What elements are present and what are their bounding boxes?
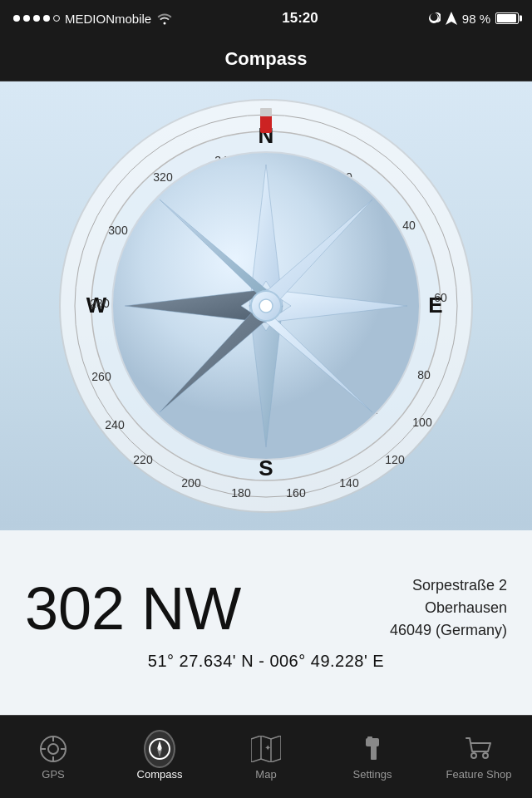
address-block: Sorpestraße 2 Oberhausen 46049 (Germany) <box>390 574 507 642</box>
tab-map[interactable]: ✦ Map <box>216 733 316 781</box>
compass-dial: N S W E NW NE SW SE 0 20 40 60 80 <box>50 90 482 522</box>
svg-point-41 <box>259 299 273 313</box>
compass-tab-label: Compass <box>137 768 183 781</box>
tab-gps[interactable]: GPS <box>3 733 103 781</box>
page-title: Compass <box>224 48 307 70</box>
moon-icon <box>427 12 441 25</box>
dot5 <box>53 15 60 22</box>
feature-shop-tab-label: Feature Shop <box>446 768 512 781</box>
map-icon: ✦ <box>250 733 282 765</box>
address-line2: Oberhausen <box>390 597 507 619</box>
svg-text:140: 140 <box>339 476 359 490</box>
status-time: 15:20 <box>282 10 318 27</box>
svg-point-43 <box>48 744 58 754</box>
dot4 <box>43 15 50 22</box>
wifi-icon <box>156 12 173 25</box>
heading-row: 302 NW Sorpestraße 2 Oberhausen 46049 (G… <box>25 574 507 642</box>
svg-text:320: 320 <box>153 170 173 184</box>
svg-point-60 <box>483 753 488 758</box>
status-left: MEDIONmobile <box>13 12 173 26</box>
address-line1: Sorpestraße 2 <box>390 574 507 597</box>
compass-area: N S W E NW NE SW SE 0 20 40 60 80 <box>0 81 532 530</box>
compass-active-circle <box>144 730 175 768</box>
info-section: 302 NW Sorpestraße 2 Oberhausen 46049 (G… <box>0 530 532 715</box>
battery-icon <box>495 12 519 24</box>
svg-text:200: 200 <box>181 476 201 490</box>
settings-tab-label: Settings <box>353 768 392 781</box>
svg-rect-58 <box>367 736 372 741</box>
dot1 <box>13 15 20 22</box>
svg-text:80: 80 <box>417 368 431 382</box>
svg-point-59 <box>471 753 476 758</box>
svg-text:300: 300 <box>108 224 128 237</box>
svg-text:180: 180 <box>231 486 251 500</box>
compass-tab-icon <box>144 733 175 765</box>
svg-point-51 <box>158 747 161 751</box>
tab-compass[interactable]: Compass <box>110 733 209 781</box>
dot3 <box>33 15 40 22</box>
gps-icon <box>37 733 69 765</box>
svg-text:260: 260 <box>91 370 111 383</box>
tab-settings[interactable]: Settings <box>323 733 422 781</box>
svg-text:40: 40 <box>402 219 416 232</box>
heading-value: 302 NW <box>25 579 241 638</box>
svg-text:240: 240 <box>105 418 125 431</box>
svg-text:160: 160 <box>286 486 306 500</box>
battery-fill <box>497 14 516 22</box>
location-icon <box>446 12 457 25</box>
svg-rect-30 <box>260 108 272 116</box>
svg-text:120: 120 <box>385 453 405 466</box>
tab-bar: GPS Compass ✦ Map <box>0 715 532 798</box>
map-tab-label: Map <box>255 768 276 781</box>
dot2 <box>23 15 30 22</box>
status-bar: MEDIONmobile 15:20 98 % <box>0 0 532 37</box>
feature-shop-icon <box>463 733 495 765</box>
main-content: N S W E NW NE SW SE 0 20 40 60 80 <box>0 81 532 715</box>
address-line3: 46049 (Germany) <box>390 619 507 642</box>
nav-bar: Compass <box>0 37 532 81</box>
svg-text:100: 100 <box>412 416 432 429</box>
signal-dots <box>13 15 60 22</box>
svg-text:✦: ✦ <box>264 743 271 752</box>
tab-feature-shop[interactable]: Feature Shop <box>429 733 529 781</box>
settings-icon <box>357 733 388 765</box>
battery-percent: 98 % <box>462 12 490 26</box>
gps-tab-label: GPS <box>42 768 64 781</box>
svg-rect-29 <box>260 115 272 133</box>
svg-text:280: 280 <box>90 297 110 310</box>
svg-text:220: 220 <box>133 453 153 466</box>
status-right: 98 % <box>427 12 519 26</box>
coordinates-display: 51° 27.634' N - 006° 49.228' E <box>148 652 384 671</box>
svg-text:60: 60 <box>434 291 447 304</box>
carrier-name: MEDIONmobile <box>65 12 151 26</box>
